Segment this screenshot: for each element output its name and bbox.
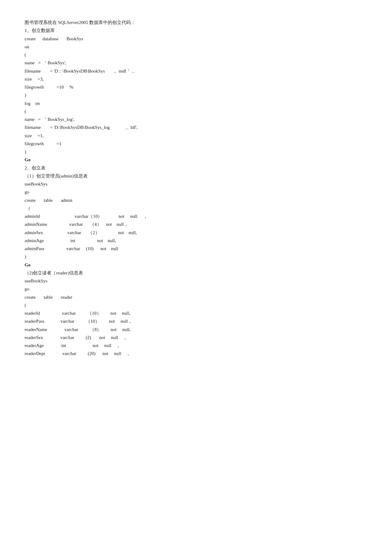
code-line-go3: Go <box>25 261 302 269</box>
code-line-filename1: filename = 'D：\BookSysDB\BookSys 。mdf＇， <box>25 67 302 75</box>
code-line-paren-open1: ( <box>25 51 302 59</box>
code-line-use2: useBookSys <box>25 277 302 285</box>
code-line-adminAge: adminAge int not null, <box>25 237 302 245</box>
code-line-create-admin: create table admin <box>25 196 302 204</box>
code-line-adminSex: adminSex varchar （2） not null, <box>25 229 302 237</box>
code-line-on: on <box>25 43 302 51</box>
code-line-paren-close1: ) <box>25 91 302 99</box>
code-line-intro: 图书管理系统在 SQLServer2005 数据库中的创立代码： <box>25 18 302 26</box>
code-line-paren-close2: ) <box>25 148 302 156</box>
code-line-adminId: adminId varchar（10） not null ， <box>25 212 302 220</box>
code-line-readerDept: readerDept varchar (20) not null ， <box>25 349 302 357</box>
code-line-create-db: create database BookSys <box>25 35 302 43</box>
code-line-name1: name = ＇BookSys', <box>25 59 302 67</box>
code-line-size2: size =1, <box>25 132 302 140</box>
code-line-paren-open4: ( <box>25 301 302 309</box>
code-line-go1: Go <box>25 156 302 164</box>
code-line-readerName: readerName varchar （8） not null, <box>25 325 302 333</box>
code-line-create-reader: create table reader <box>25 293 302 301</box>
code-line-filename2: filename = 'D:\BookSysDB\BookSys_log 。ld… <box>25 123 302 131</box>
code-line-readerSex: readerSex varchar (2) not null ， <box>25 333 302 341</box>
code-line-readerAge: readerAge int not null ， <box>25 341 302 349</box>
code-line-paren-close3: ) <box>25 253 302 261</box>
code-line-subsec2: （2)创立读者（reader)信息表 <box>25 269 302 277</box>
code-line-name2: name = ＇BookSys_log', <box>25 115 302 123</box>
code-line-size1: size =3, <box>25 75 302 83</box>
code-line-section1: 1。创立数据库 <box>25 26 302 34</box>
main-content: 图书管理系统在 SQLServer2005 数据库中的创立代码：1。创立数据库c… <box>25 18 302 358</box>
code-line-go4: go <box>25 285 302 293</box>
code-line-adminName: adminName varchar （4） not null， <box>25 220 302 228</box>
code-line-use1: useBookSys <box>25 180 302 188</box>
code-line-paren-open2: ( <box>25 107 302 115</box>
code-line-paren-open3: （ <box>25 204 302 212</box>
code-line-adminPass: adminPass varchar (10) not null <box>25 245 302 253</box>
code-line-readerId: readerId varchar （10） not null, <box>25 309 302 317</box>
code-line-log-on: log on <box>25 99 302 107</box>
code-line-readerPass: readerPass varchar （10） not null， <box>25 317 302 325</box>
code-line-filegrowth2: filegrowth =1 <box>25 140 302 148</box>
code-line-filegrowth1: filegrowth =10 % <box>25 83 302 91</box>
code-line-subsec1: （1）创立管理员(admin)信息表 <box>25 172 302 180</box>
code-line-section2: 2。创立表 <box>25 164 302 172</box>
code-line-go2: go <box>25 188 302 196</box>
